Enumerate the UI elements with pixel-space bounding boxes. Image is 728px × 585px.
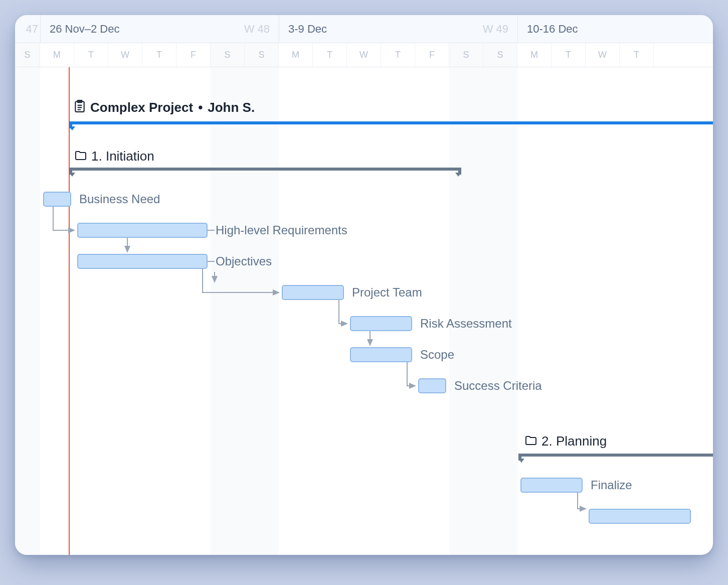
- day-cell: W: [108, 43, 142, 67]
- task-bar-objectives[interactable]: [77, 254, 208, 269]
- week-cell-48[interactable]: 26 Nov–2 Dec W 48: [40, 15, 279, 43]
- weekend-stripe: [211, 67, 279, 555]
- task-label: Scope: [420, 348, 454, 362]
- weekend-stripe: [449, 67, 517, 555]
- task-bar-requirements[interactable]: [77, 223, 208, 238]
- week-cell-49[interactable]: 3-9 Dec W 49: [279, 15, 517, 43]
- day-cell: M: [40, 43, 74, 67]
- task-bar-project-team[interactable]: [282, 285, 344, 300]
- phase-label: 1. Initiation: [91, 149, 154, 164]
- phase-summary-bar-initiation[interactable]: [69, 168, 461, 175]
- phase-label: 2. Planning: [541, 433, 607, 449]
- day-cell: T: [381, 43, 415, 67]
- week-number: W 49: [483, 23, 508, 36]
- day-cell: W: [347, 43, 381, 67]
- week-label: 26 Nov–2 Dec: [50, 23, 119, 36]
- day-cell: M: [517, 43, 552, 67]
- week-number: W 48: [244, 23, 270, 36]
- day-cell: F: [176, 43, 211, 67]
- day-cell: T: [74, 43, 108, 67]
- day-cell: T: [142, 43, 176, 67]
- week-header-row: 47 26 Nov–2 Dec W 48 3-9 Dec W 49 10-16 …: [15, 15, 713, 43]
- day-cell: S: [15, 43, 40, 67]
- phase-summary-bar-planning[interactable]: [518, 454, 713, 461]
- task-label: High-level Requirements: [216, 223, 347, 237]
- day-header-row: S M T W T F S S M T W T F S S M T W T: [15, 43, 713, 67]
- day-cell: S: [483, 43, 517, 67]
- phase-row-initiation[interactable]: 1. Initiation: [75, 149, 154, 164]
- project-title: Complex Project: [90, 100, 193, 115]
- project-summary-bar[interactable]: [69, 121, 713, 128]
- gantt-chart-area[interactable]: Complex Project • John S. 1. Initiation …: [15, 67, 713, 555]
- day-cell: S: [449, 43, 483, 67]
- day-cell: M: [279, 43, 313, 67]
- week-label: 3-9 Dec: [288, 23, 327, 36]
- day-cell: W: [586, 43, 620, 67]
- week-label: 10-16 Dec: [527, 23, 578, 36]
- task-label: Success Criteria: [454, 379, 542, 393]
- clipboard-icon: [74, 100, 85, 115]
- task-label: Objectives: [216, 254, 272, 268]
- svg-rect-0: [75, 101, 84, 112]
- project-owner: John S.: [208, 100, 255, 115]
- day-cell: T: [620, 43, 654, 67]
- task-label: Project Team: [352, 285, 422, 300]
- task-bar-business-need[interactable]: [43, 192, 71, 207]
- task-bar-next[interactable]: [589, 509, 691, 524]
- separator-dot: •: [198, 100, 203, 115]
- project-summary-row[interactable]: Complex Project • John S.: [74, 97, 713, 117]
- task-bar-scope[interactable]: [350, 347, 412, 362]
- task-bar-risk-assessment[interactable]: [350, 316, 412, 331]
- task-bar-success-criteria[interactable]: [418, 378, 446, 393]
- day-cell: T: [552, 43, 586, 67]
- task-label: Risk Assessment: [420, 317, 512, 331]
- day-cell: T: [313, 43, 347, 67]
- task-bar-finalize[interactable]: [520, 478, 583, 493]
- week-cell-50[interactable]: 10-16 Dec: [517, 15, 713, 43]
- day-cell: F: [415, 43, 449, 67]
- day-cell: S: [211, 43, 245, 67]
- folder-icon: [525, 435, 536, 448]
- week-number-prev: 47: [15, 15, 40, 43]
- phase-row-planning[interactable]: 2. Planning: [525, 433, 607, 449]
- day-cell: S: [245, 43, 279, 67]
- gantt-window: 47 26 Nov–2 Dec W 48 3-9 Dec W 49 10-16 …: [15, 15, 713, 555]
- today-marker: [69, 67, 70, 555]
- folder-icon: [75, 151, 86, 163]
- weekend-stripe: [15, 67, 40, 555]
- task-label: Business Need: [79, 192, 160, 206]
- task-label: Finalize: [591, 478, 632, 492]
